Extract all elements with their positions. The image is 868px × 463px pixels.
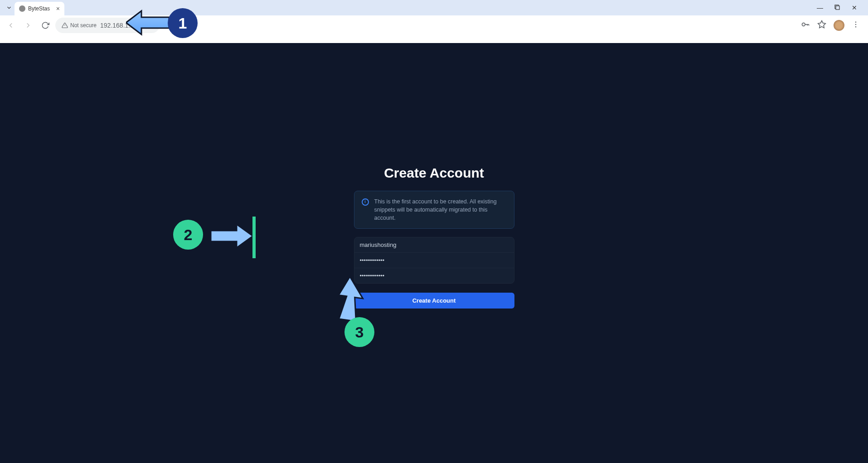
info-icon: i: [362, 198, 369, 206]
browser-toolbar: Not secure 192.168.1.18:7654: [0, 15, 868, 35]
password-input[interactable]: [354, 253, 514, 268]
maximize-button[interactable]: [833, 4, 842, 11]
warning-icon: [62, 22, 68, 29]
tab-strip: ByteStas × — ✕: [0, 0, 868, 15]
reload-button[interactable]: [38, 18, 53, 33]
not-secure-label: Not secure: [70, 22, 97, 29]
profile-avatar[interactable]: [834, 20, 844, 31]
bookmark-star-icon[interactable]: [817, 20, 826, 31]
address-bar[interactable]: Not secure 192.168.1.18:7654: [55, 18, 160, 33]
app-viewport: Create Account i This is the first accou…: [0, 43, 868, 463]
info-banner: i This is the first account to be create…: [354, 191, 514, 229]
username-input[interactable]: [354, 237, 514, 253]
svg-marker-8: [818, 20, 826, 28]
confirm-password-input[interactable]: [354, 268, 514, 283]
signup-form: [354, 237, 514, 284]
security-indicator[interactable]: Not secure: [62, 22, 97, 29]
page-title: Create Account: [384, 165, 484, 181]
tab-close-button[interactable]: ×: [56, 5, 60, 12]
tab-title: ByteStas: [28, 5, 50, 12]
back-button[interactable]: [4, 18, 18, 33]
svg-point-9: [855, 21, 856, 22]
forward-button[interactable]: [21, 18, 35, 33]
svg-point-11: [855, 26, 856, 27]
info-text: This is the first account to be created.…: [374, 198, 507, 222]
menu-kebab-icon[interactable]: [852, 20, 860, 31]
favicon-icon: [19, 5, 25, 12]
url-text: 192.168.1.18:7654: [100, 22, 153, 29]
password-key-icon[interactable]: [801, 20, 810, 31]
tab-search-dropdown[interactable]: [4, 2, 15, 13]
svg-rect-1: [836, 6, 839, 10]
close-window-button[interactable]: ✕: [850, 4, 859, 11]
window-controls: — ✕: [815, 4, 864, 11]
svg-point-10: [855, 24, 856, 24]
minimize-button[interactable]: —: [815, 4, 824, 11]
create-account-button[interactable]: Create Account: [354, 293, 514, 309]
browser-tab[interactable]: ByteStas ×: [15, 2, 64, 15]
browser-chrome: ByteStas × — ✕ Not secure 192.168.1.18:7…: [0, 0, 868, 43]
svg-point-4: [802, 23, 805, 26]
